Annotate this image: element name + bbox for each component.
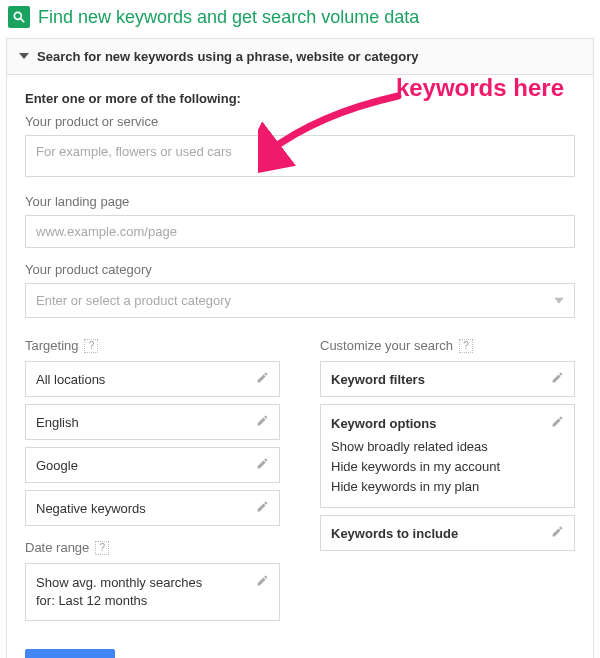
chevron-down-icon [554,293,564,308]
product-label: Your product or service [25,114,575,129]
pencil-icon [256,457,269,473]
get-ideas-button[interactable]: Get ideas [25,649,115,658]
intro-label: Enter one or more of the following: [25,91,575,106]
daterange-value: Show avg. monthly searches for: Last 12 … [36,574,206,610]
customize-heading: Customize your search [320,338,453,353]
category-placeholder: Enter or select a product category [36,293,231,308]
category-select[interactable]: Enter or select a product category [25,283,575,318]
pencil-icon [256,371,269,387]
accordion-toggle[interactable]: Search for new keywords using a phrase, … [7,39,593,75]
option-line: Hide keywords in my account [331,457,564,477]
svg-point-0 [14,12,21,19]
help-icon[interactable]: ? [95,541,109,555]
daterange-select[interactable]: Show avg. monthly searches for: Last 12 … [25,563,280,621]
svg-marker-3 [554,297,564,303]
category-label: Your product category [25,262,575,277]
option-line: Hide keywords in my plan [331,477,564,497]
chip-label: All locations [36,372,105,387]
page-title: Find new keywords and get search volume … [38,7,419,28]
accordion-title: Search for new keywords using a phrase, … [37,49,418,64]
svg-line-1 [21,19,25,23]
chevron-down-icon [19,49,29,64]
pencil-icon [256,414,269,430]
pencil-icon [256,500,269,516]
targeting-negative[interactable]: Negative keywords [25,490,280,526]
accordion-panel: Search for new keywords using a phrase, … [6,38,594,658]
search-icon [8,6,30,28]
pencil-icon [256,574,269,592]
targeting-language[interactable]: English [25,404,280,440]
daterange-heading: Date range [25,540,89,555]
help-icon[interactable]: ? [459,339,473,353]
chip-label: English [36,415,79,430]
product-input[interactable] [25,135,575,177]
pencil-icon [551,525,564,541]
keywords-include[interactable]: Keywords to include [320,515,575,551]
targeting-heading: Targeting [25,338,78,353]
keyword-options[interactable]: Keyword options Show broadly related ide… [320,404,575,508]
chip-label: Negative keywords [36,501,146,516]
landing-label: Your landing page [25,194,575,209]
landing-input[interactable] [25,215,575,248]
pencil-icon [551,415,564,431]
options-title: Keyword options [331,416,436,431]
chip-label: Google [36,458,78,473]
pencil-icon [551,371,564,387]
targeting-network[interactable]: Google [25,447,280,483]
chip-label: Keywords to include [331,526,458,541]
help-icon[interactable]: ? [84,339,98,353]
keyword-filters[interactable]: Keyword filters [320,361,575,397]
svg-marker-2 [19,53,29,59]
chip-label: Keyword filters [331,372,425,387]
targeting-locations[interactable]: All locations [25,361,280,397]
option-line: Show broadly related ideas [331,437,564,457]
